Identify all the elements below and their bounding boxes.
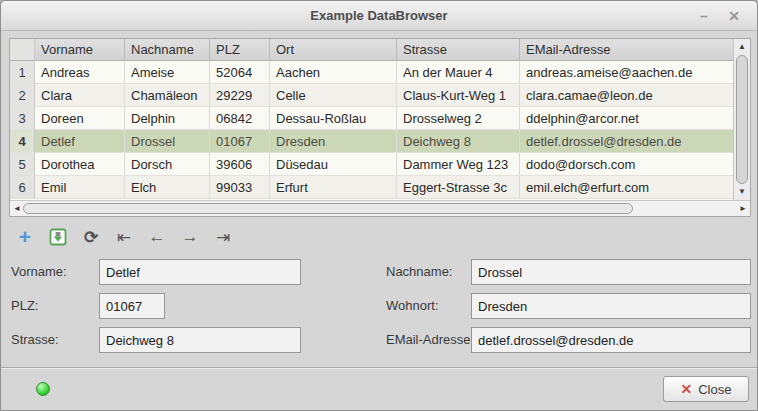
table-cell: 29229 (210, 84, 270, 107)
add-record-button[interactable]: + (13, 225, 37, 249)
strasse-field[interactable] (99, 327, 301, 353)
first-record-button[interactable]: ⇤ (112, 225, 136, 249)
corner-header (10, 39, 35, 61)
save-icon (49, 228, 67, 246)
column-header-plz[interactable]: PLZ (210, 39, 270, 61)
plz-field[interactable] (99, 293, 165, 319)
status-led-icon (36, 382, 50, 396)
table-cell: dodo@dorsch.com (520, 153, 733, 176)
email-label: EMail-Adresse: (386, 327, 474, 353)
nachname-label: Nachname: (386, 259, 452, 285)
table-row[interactable]: 6EmilElch99033ErfurtEggert-Strasse 3cemi… (10, 176, 733, 199)
table-cell: Dessau-Roßlau (270, 107, 397, 130)
horizontal-scrollbar-thumb[interactable] (23, 203, 633, 214)
table-row[interactable]: 3DoreenDelphin06842Dessau-RoßlauDrosselw… (10, 107, 733, 130)
table-cell: Delphin (125, 107, 210, 130)
table-cell: 01067 (210, 130, 270, 153)
table-cell: Celle (270, 84, 397, 107)
scroll-down-icon[interactable]: ▼ (734, 185, 750, 199)
table-cell: Clara (35, 84, 125, 107)
table-cell: Aachen (270, 61, 397, 84)
column-header-ort[interactable]: Ort (270, 39, 397, 61)
vorname-field[interactable] (99, 259, 301, 285)
next-record-icon: → (182, 227, 199, 247)
table-cell: Düsedau (270, 153, 397, 176)
table-cell: 06842 (210, 107, 270, 130)
wohnort-field[interactable] (471, 293, 751, 319)
plus-icon: + (19, 227, 31, 247)
table-cell: An der Mauer 4 (397, 61, 520, 84)
table-cell: 39606 (210, 153, 270, 176)
horizontal-scrollbar[interactable]: ◄ ► (10, 200, 750, 216)
scroll-left-icon[interactable]: ◄ (11, 201, 23, 216)
table-cell: Emil (35, 176, 125, 199)
table-header-row: VornameNachnamePLZOrtStrasseEMail-Adress… (10, 39, 733, 61)
table-cell: Dorothea (35, 153, 125, 176)
column-header-strasse[interactable]: Strasse (397, 39, 520, 61)
table-cell: andreas.ameise@aachen.de (520, 61, 733, 84)
vertical-scrollbar-thumb[interactable] (736, 55, 748, 184)
table-cell: Dorsch (125, 153, 210, 176)
row-number: 1 (10, 61, 35, 84)
strasse-label: Strasse: (11, 327, 59, 353)
footer-separator (1, 367, 757, 368)
window-close-button[interactable]: ✕ (723, 5, 745, 27)
vertical-scrollbar[interactable]: ▲ ▼ (733, 39, 750, 200)
row-number: 3 (10, 107, 35, 130)
email-field[interactable] (471, 327, 751, 353)
window-title: Example DataBrowser (1, 1, 757, 31)
table-cell: Erfurt (270, 176, 397, 199)
data-table: VornameNachnamePLZOrtStrasseEMail-Adress… (9, 38, 751, 217)
refresh-icon: ⟳ (84, 227, 98, 248)
row-number: 2 (10, 84, 35, 107)
last-record-button[interactable]: ⇥ (211, 225, 235, 249)
close-x-icon: ✕ (681, 381, 693, 397)
table-cell: emil.elch@erfurt.com (520, 176, 733, 199)
titlebar: Example DataBrowser – ✕ (1, 1, 757, 31)
table-row[interactable]: 4DetlefDrossel01067DresdenDeichweg 8detl… (10, 130, 733, 153)
previous-record-icon: ← (149, 227, 166, 247)
close-button[interactable]: ✕ Close (663, 376, 749, 402)
table-row[interactable]: 2ClaraChamäleon29229CelleClaus-Kurt-Weg … (10, 84, 733, 107)
column-header-vorname[interactable]: Vorname (35, 39, 125, 61)
close-button-label: Close (698, 382, 731, 397)
table-cell: clara.camae@leon.de (520, 84, 733, 107)
save-record-button[interactable] (46, 225, 70, 249)
previous-record-button[interactable]: ← (145, 225, 169, 249)
row-number: 4 (10, 130, 35, 153)
table-cell: detlef.drossel@dresden.de (520, 130, 733, 153)
table-cell: ddelphin@arcor.net (520, 107, 733, 130)
row-number: 5 (10, 153, 35, 176)
column-header-email-adresse[interactable]: EMail-Adresse (520, 39, 733, 61)
table-cell: Claus-Kurt-Weg 1 (397, 84, 520, 107)
table-body: 1AndreasAmeise52064AachenAn der Mauer 4a… (10, 61, 733, 199)
table-row[interactable]: 5DorotheaDorsch39606DüsedauDammer Weg 12… (10, 153, 733, 176)
row-number: 6 (10, 176, 35, 199)
table-cell: 99033 (210, 176, 270, 199)
app-window: Example DataBrowser – ✕ VornameNachnameP… (0, 0, 758, 411)
table-cell: Eggert-Strasse 3c (397, 176, 520, 199)
table-cell: 52064 (210, 61, 270, 84)
column-header-nachname[interactable]: Nachname (125, 39, 210, 61)
nachname-field[interactable] (471, 259, 751, 285)
table-cell: Drossel (125, 130, 210, 153)
table-cell: Ameise (125, 61, 210, 84)
scroll-right-icon[interactable]: ► (737, 201, 749, 216)
plz-label: PLZ: (11, 293, 38, 319)
scroll-up-icon[interactable]: ▲ (734, 40, 750, 54)
table-cell: Doreen (35, 107, 125, 130)
table-cell: Chamäleon (125, 84, 210, 107)
minimize-icon: – (700, 8, 708, 24)
table-grid: VornameNachnamePLZOrtStrasseEMail-Adress… (10, 39, 733, 200)
minimize-button[interactable]: – (693, 5, 715, 27)
table-cell: Elch (125, 176, 210, 199)
table-cell: Andreas (35, 61, 125, 84)
table-cell: Dresden (270, 130, 397, 153)
last-record-icon: ⇥ (216, 227, 230, 248)
next-record-button[interactable]: → (178, 225, 202, 249)
first-record-icon: ⇤ (117, 227, 131, 248)
record-toolbar: + ⟳ ⇤ ← → ⇥ (13, 223, 235, 251)
table-row[interactable]: 1AndreasAmeise52064AachenAn der Mauer 4a… (10, 61, 733, 84)
refresh-button[interactable]: ⟳ (79, 225, 103, 249)
window-close-icon: ✕ (728, 8, 740, 24)
